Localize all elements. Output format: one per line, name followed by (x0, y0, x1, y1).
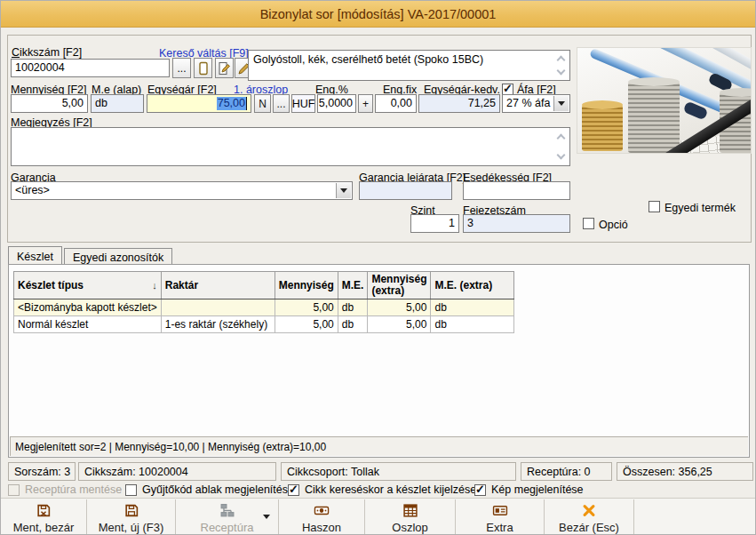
scroll-up-icon[interactable] (557, 134, 566, 143)
table-cell[interactable]: Normál készlet (14, 316, 162, 333)
cikk-kereseskor-checkbox-item: Cikk kereséskor a készlet kijelzése (288, 483, 476, 496)
recipe-icon (219, 503, 235, 518)
mennyiseg-input[interactable]: 5,00 (11, 94, 88, 113)
currency-box: HUF (291, 94, 315, 113)
columns-button[interactable]: Oszlop (365, 499, 456, 535)
table-cell[interactable]: 5,00 (368, 316, 431, 333)
profit-icon (314, 503, 330, 518)
checkbox-label: Cikk kereséskor a készlet kijelzése (305, 483, 476, 496)
table-cell[interactable]: 1-es raktár (székhely) (161, 316, 275, 333)
window-title: Bizonylat sor [módosítás] VA-2017/00001 (260, 7, 497, 21)
kedv-input: 71,25 (418, 94, 500, 113)
receptura-mentese-checkbox (8, 484, 20, 496)
tab-egyedi-azonositok[interactable]: Egyedi azonosítók (64, 248, 172, 265)
cikk-kereseskor-checkbox[interactable] (288, 484, 299, 496)
save-new-button[interactable]: Ment, új (F3) (87, 499, 176, 535)
toolbar-button-label: Ment, új (F3) (99, 521, 164, 534)
table-row[interactable]: Normál készlet1-es raktár (székhely)5,00… (14, 316, 514, 333)
table-cell[interactable]: <Bizományba kapott készlet> (14, 299, 162, 316)
fejezetszam-input: 3 (463, 214, 570, 233)
extra-icon (492, 503, 508, 518)
new-item-button[interactable] (194, 58, 212, 78)
dropdown-arrow-icon[interactable] (553, 96, 569, 111)
esedekesseg-input[interactable] (463, 181, 570, 200)
opcio-checkbox[interactable] (583, 218, 594, 229)
dropdown-arrow-icon[interactable] (336, 183, 351, 198)
scroll-up-icon[interactable] (557, 56, 566, 65)
egyedi-termek-label: Egyedi termék (664, 202, 736, 214)
egysegar-input[interactable]: 75,00 (147, 94, 251, 113)
status-receptura: Receptúra: 0 (521, 462, 612, 481)
kep-megjelenitese-checkbox[interactable] (474, 484, 486, 496)
afa-combobox[interactable]: 27 % áfa (502, 94, 570, 113)
options-row: Receptúra mentéseGyűjtőkód ablak megjele… (1, 483, 755, 498)
tab-keszlet[interactable]: Készlet (8, 246, 62, 265)
toolbar-button-label: Extra (486, 521, 513, 534)
tab-page-keszlet: Készlet típus↓RaktárMennyiségM.E.Mennyis… (8, 264, 750, 458)
toolbar-button-label: Receptúra (201, 521, 254, 534)
toolbar: Ment, bezár (F6)Ment, új (F3)ReceptúraHa… (1, 498, 755, 535)
save-new-icon (123, 503, 139, 518)
scroll-down-icon[interactable] (557, 151, 566, 160)
table-row[interactable]: <Bizományba kapott készlet>5,00db5,00db (14, 299, 514, 316)
garancia-lejarata-input (359, 181, 452, 200)
product-description: Golyóstoll, kék, cserélhető betét (Spoko… (253, 53, 483, 66)
price-browse-button[interactable]: ... (273, 94, 290, 113)
status-cikkszam: Cikkszám: 10020004 (78, 462, 276, 481)
net-gross-button[interactable]: N (254, 94, 271, 113)
table-cell[interactable] (161, 299, 275, 316)
status-cikkcsoport: Cikkcsoport: Tollak (281, 462, 516, 481)
column-header[interactable]: Készlet típus↓ (14, 272, 162, 299)
toolbar-button-label: Oszlop (392, 521, 427, 534)
profit-button[interactable]: Haszon (279, 499, 365, 535)
table-cell[interactable]: 5,00 (275, 316, 338, 333)
column-header[interactable]: M.E. (extra) (431, 272, 514, 299)
checkbox-label: Kép megjelenítése (491, 483, 584, 496)
ellipsis-icon: ... (177, 62, 186, 75)
save-close-icon (36, 503, 52, 518)
grid-footer-status: Megjelenített sor=2 | Mennyiség=10,00 | … (10, 436, 748, 456)
column-header[interactable]: Mennyiség (275, 272, 338, 299)
checkbox-label: Gyűjtőkód ablak megjelenítése (142, 483, 294, 496)
scroll-down-icon[interactable] (557, 67, 566, 76)
browse-button[interactable]: ... (172, 58, 191, 78)
toolbar-button-label: Haszon (302, 521, 341, 534)
me-alap-input: db (91, 94, 144, 113)
eng-pct-input[interactable]: 5,0000 (317, 94, 356, 113)
gyujtokod-checkbox-item: Gyűjtőkód ablak megjelenítése (125, 483, 294, 496)
garancia-combobox[interactable]: <üres> (11, 181, 353, 200)
product-description-box[interactable]: Golyóstoll, kék, cserélhető betét (Spoko… (248, 50, 570, 81)
columns-icon (402, 503, 418, 518)
table-cell[interactable]: db (338, 299, 368, 316)
sort-arrow-icon: ↓ (152, 280, 157, 291)
table-cell[interactable]: 5,00 (275, 299, 338, 316)
eng-fix-input[interactable]: 0,00 (375, 94, 417, 113)
plus-button[interactable]: + (358, 94, 373, 113)
titlebar[interactable]: Bizonylat sor [módosítás] VA-2017/00001 (1, 1, 755, 28)
extra-button[interactable]: Extra (456, 499, 545, 535)
status-bar: Sorszám: 3Cikkszám: 10020004Cikkcsoport:… (1, 462, 755, 481)
gyujtokod-checkbox[interactable] (125, 484, 137, 496)
product-photo (577, 47, 752, 154)
recipe-button: Receptúra (176, 499, 279, 535)
column-header[interactable]: Raktár (161, 272, 275, 299)
stock-table: Készlet típus↓RaktárMennyiségM.E.Mennyis… (13, 271, 514, 333)
receptura-mentese-checkbox-item: Receptúra mentése (8, 483, 122, 496)
edit-item-button[interactable] (215, 58, 234, 78)
table-cell[interactable]: 5,00 (368, 299, 431, 316)
column-header[interactable]: M.E. (338, 272, 368, 299)
table-cell[interactable]: db (338, 316, 368, 333)
dialog-window: Bizonylat sor [módosítás] VA-2017/00001 … (0, 0, 756, 535)
szint-input[interactable]: 1 (410, 214, 459, 233)
megjegyzes-textarea[interactable] (11, 127, 570, 166)
egyedi-termek-checkbox[interactable] (649, 201, 660, 212)
column-header[interactable]: Mennyiség (extra) (368, 272, 431, 299)
table-cell[interactable]: db (431, 316, 514, 333)
dropdown-caret-icon[interactable] (263, 515, 270, 523)
table-cell[interactable]: db (431, 299, 514, 316)
save-close-button[interactable]: Ment, bezár (F6) (1, 499, 87, 535)
close-button[interactable]: Bezár (Esc) (545, 499, 634, 535)
selected-text: 75,00 (217, 97, 247, 110)
cikkszam-label: Cikkszám [F2] (12, 46, 82, 59)
cikkszam-input[interactable]: 10020004 (11, 59, 170, 77)
